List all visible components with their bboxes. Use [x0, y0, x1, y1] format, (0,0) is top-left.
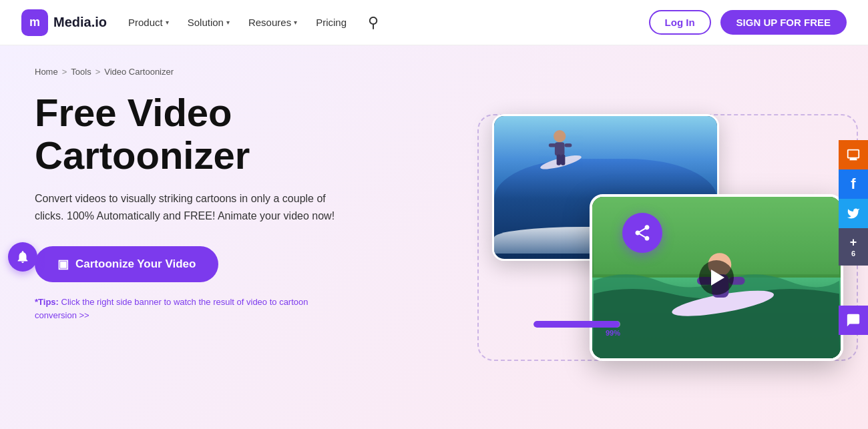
- video-frame: 99%: [477, 114, 858, 361]
- svg-rect-2: [555, 143, 565, 156]
- search-icon[interactable]: ⚲: [368, 14, 379, 31]
- chevron-down-icon: ▾: [294, 19, 297, 26]
- svg-rect-5: [557, 155, 561, 165]
- facebook-button[interactable]: f: [839, 169, 868, 199]
- breadcrumb-home[interactable]: Home: [35, 67, 58, 77]
- breadcrumb-sep1: >: [62, 67, 67, 77]
- twitter-button[interactable]: [839, 199, 868, 228]
- monitor-icon: [846, 147, 861, 162]
- svg-rect-3: [549, 143, 556, 147]
- breadcrumb-current: Video Cartoonizer: [104, 67, 174, 77]
- twitter-icon: [847, 207, 860, 220]
- logo[interactable]: m Media.io: [21, 9, 107, 36]
- share-count: 6: [851, 250, 855, 258]
- svg-point-1: [554, 130, 566, 142]
- surfer-figure: [534, 116, 588, 178]
- side-buttons: f + 6: [839, 140, 868, 335]
- promo-side-button[interactable]: [839, 140, 868, 169]
- breadcrumb-tools[interactable]: Tools: [71, 67, 91, 77]
- share-icon: [633, 224, 652, 242]
- play-button[interactable]: [699, 260, 734, 295]
- video-container: 99%: [492, 114, 843, 361]
- login-button[interactable]: Log In: [649, 10, 711, 35]
- logo-icon: m: [21, 9, 48, 36]
- video-icon: ▣: [57, 257, 69, 272]
- progress-label: 99%: [533, 329, 620, 337]
- tips-text: *Tips: Click the right side banner to wa…: [35, 296, 342, 322]
- bell-icon: [15, 250, 30, 264]
- navbar-right: Log In SIGN UP FOR FREE: [649, 10, 847, 35]
- cartoonize-button[interactable]: ▣ Cartoonize Your Video: [35, 246, 218, 282]
- nav-items: Product ▾ Solution ▾ Resoures ▾ Pricing …: [128, 14, 379, 31]
- nav-item-resources[interactable]: Resoures ▾: [248, 17, 297, 28]
- facebook-icon: f: [851, 175, 855, 193]
- hero-title: Free Video Cartoonizer: [35, 91, 454, 177]
- navbar-left: m Media.io Product ▾ Solution ▾ Resoures…: [21, 9, 379, 36]
- navbar: m Media.io Product ▾ Solution ▾ Resoures…: [0, 0, 868, 45]
- chat-button[interactable]: [839, 306, 868, 335]
- notification-bubble[interactable]: [8, 242, 37, 272]
- breadcrumb: Home > Tools > Video Cartoonizer: [35, 67, 454, 77]
- main-content: Home > Tools > Video Cartoonizer Free Vi…: [0, 45, 868, 429]
- right-panel: 99%: [481, 45, 868, 429]
- chevron-down-icon: ▾: [166, 19, 169, 26]
- nav-item-solution[interactable]: Solution ▾: [188, 17, 230, 28]
- hero-description: Convert videos to visually striking cart…: [35, 190, 355, 226]
- svg-rect-6: [561, 155, 565, 165]
- svg-rect-4: [565, 143, 572, 147]
- progress-bar: 99%: [533, 321, 620, 337]
- breadcrumb-sep2: >: [95, 67, 101, 77]
- signup-button[interactable]: SIGN UP FOR FREE: [720, 10, 847, 35]
- chat-icon: [846, 313, 861, 328]
- left-panel: Home > Tools > Video Cartoonizer Free Vi…: [0, 45, 481, 429]
- logo-text: Media.io: [53, 15, 107, 30]
- plus-icon: +: [850, 236, 857, 250]
- chevron-down-icon: ▾: [226, 19, 230, 26]
- nav-item-product[interactable]: Product ▾: [128, 17, 169, 28]
- progress-fill: [533, 321, 620, 328]
- share-count-button[interactable]: + 6: [839, 228, 868, 266]
- nav-item-pricing[interactable]: Pricing: [316, 17, 347, 28]
- progress-track: [533, 321, 620, 328]
- share-button[interactable]: [622, 213, 662, 253]
